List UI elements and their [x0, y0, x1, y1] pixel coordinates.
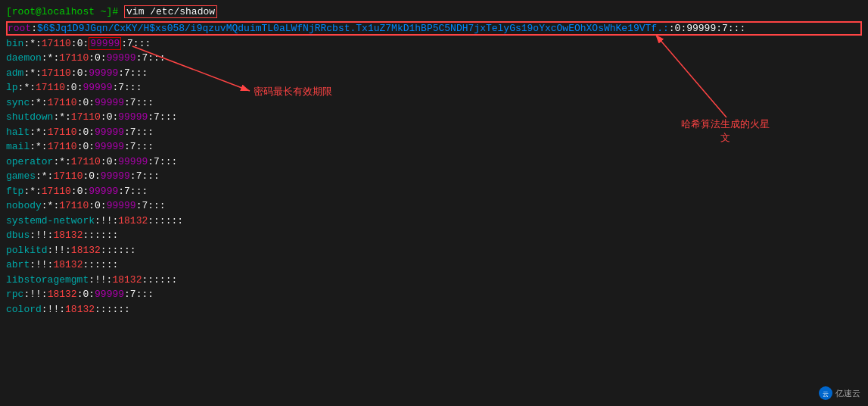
rpc-line: rpc:!!:18132:0:99999:7::: — [6, 287, 862, 302]
adm-line: adm:*:17110:0:99999:7::: — [6, 66, 862, 81]
abrt-line: abrt:!!:18132:::::: — [6, 258, 862, 273]
dbus-line: dbus:!!:18132:::::: — [6, 228, 862, 243]
games-line: games:*:17110:0:99999:7::: — [6, 169, 862, 184]
lp-line: lp:*:17110:0:99999:7::: — [6, 80, 862, 95]
watermark-text: 亿速云 — [835, 388, 860, 399]
sync-line: sync:*:17110:0:99999:7::: — [6, 95, 862, 111]
terminal: [root@localhost ~]# vim /etc/shadow root… — [0, 0, 868, 406]
root-entry-line: root : $6$Jq1D9JGqn/CxKY/H$xs058/i9qzuvM… — [6, 21, 862, 36]
watermark-logo-icon: 云 — [819, 386, 832, 400]
annotation-hash-label: 哈希算法生成的火星文 — [681, 117, 770, 145]
annotation-expire-label: 密码最长有效期限 — [254, 85, 332, 98]
prompt-line: [root@localhost ~]# vim /etc/shadow — [6, 5, 862, 20]
systemd-network-line: systemd-network:!!:18132:::::: — [6, 214, 862, 229]
root-username: root — [8, 23, 31, 34]
operator-line: operator:*:17110:0:99999:7::: — [6, 155, 862, 170]
nobody-line: nobody:*:17110:0:99999:7::: — [6, 198, 862, 214]
libstoragemgmt-line: libstoragemgmt:!!:18132:::::: — [6, 273, 862, 288]
colord-line: colord:!!:18132:::::: — [6, 302, 862, 317]
bin-99999: 99999 — [89, 37, 121, 50]
ftp-line: ftp:*:17110:0:99999:7::: — [6, 184, 862, 199]
command-text: vim /etc/shadow — [124, 5, 217, 18]
watermark: 云 亿速云 — [819, 386, 860, 400]
root-hash: $6$Jq1D9JGqn/CxKY/H$xs058/i9qzuvMQduimTL… — [37, 23, 669, 34]
bin-line: bin:*:17110:0:99999:7::: — [6, 36, 862, 52]
daemon-line: daemon:*:17110:0:99999:7::: — [6, 51, 862, 66]
svg-text:云: 云 — [823, 391, 829, 398]
polkitd-line: polkitd:!!:18132:::::: — [6, 243, 862, 258]
prompt-user: [root@localhost ~]# — [6, 6, 118, 17]
